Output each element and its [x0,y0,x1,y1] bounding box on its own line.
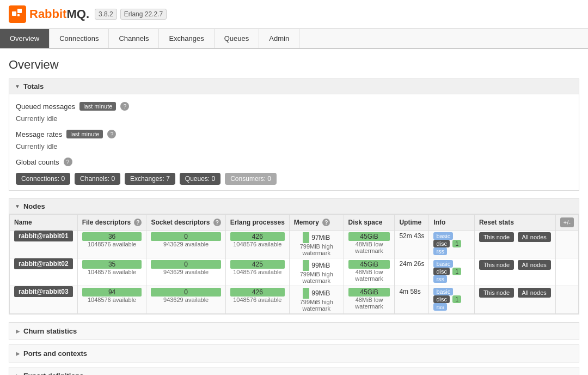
nav-item-queues[interactable]: Queues [215,29,260,48]
totals-section: ▼ Totals Queued messages last minute ? C… [9,78,579,191]
message-rates-row: Message rates last minute ? [16,128,572,141]
plusminus-button[interactable]: +/- [560,217,574,227]
nav-item-admin[interactable]: Admin [259,29,299,48]
cell-file-1: 35 1048576 available [77,258,146,286]
app-header: RabbitMQ. 3.8.2 Erlang 22.2.7 [0,0,588,29]
export-definitions-header[interactable]: ▶ Export definitions [9,367,579,375]
file-bar-0: 36 [82,232,142,241]
queued-help-icon[interactable]: ? [120,102,129,111]
erlang-bar-1: 425 [230,260,285,269]
currently-idle-1: Currently idle [16,113,572,124]
ports-contexts-header[interactable]: ▶ Ports and contexts [9,345,579,362]
disk-bar-1: 45GiB [348,260,390,269]
all-nodes-button-0[interactable]: All nodes [518,232,551,242]
memory-main-0: 97MiB [311,234,330,241]
message-rates-label: Message rates [16,130,62,138]
ports-contexts-section: ▶ Ports and contexts [9,344,579,362]
churn-statistics-section: ▶ Churn statistics [9,322,579,340]
message-rates-badge[interactable]: last minute [66,130,103,138]
queues-count-badge: Queues: 0 [180,173,220,185]
disk-sub-0: 48MiB low watermark [348,241,390,254]
cell-reset-1: This node All nodes [474,258,555,286]
message-rates-help-icon[interactable]: ? [107,130,116,138]
nodes-label: Nodes [23,202,45,210]
th-name: Name [10,215,78,231]
nodes-section-header[interactable]: ▼ Nodes [9,199,579,214]
cell-socket-1: 0 943629 available [146,258,225,286]
nav-item-overview[interactable]: Overview [0,29,50,48]
page-title: Overview [9,58,579,72]
memory-sub-0: 799MiB high watermark [294,243,339,256]
exchanges-count-badge: Exchanges: 7 [125,173,175,185]
tag-rss-2: rss [433,303,447,311]
file-bar-2: 94 [82,288,142,297]
cell-memory-1: 99MiB 799MiB high watermark [289,258,344,286]
memory-sub-1: 799MiB high watermark [294,271,339,284]
this-node-button-0[interactable]: This node [479,232,514,242]
queued-messages-row: Queued messages last minute ? [16,100,572,113]
nav-item-exchanges[interactable]: Exchanges [159,29,214,48]
file-sub-2: 1048576 available [82,297,142,303]
cell-extra-2 [555,286,578,314]
logo: RabbitMQ. [9,5,89,23]
disk-bar-2: 45GiB [348,288,390,297]
tag-basic-1: basic [433,260,453,268]
global-counts-row: Global counts ? [16,155,572,168]
logo-text: RabbitMQ. [29,7,89,21]
tag-basic-0: basic [433,232,453,240]
totals-section-header[interactable]: ▼ Totals [9,79,579,94]
totals-section-body: Queued messages last minute ? Currently … [9,94,579,190]
churn-statistics-header[interactable]: ▶ Churn statistics [9,323,579,340]
th-file-descriptors: File descriptors ? [77,215,146,231]
socket-bar-2: 0 [151,288,220,297]
cell-disk-2: 45GiB 48MiB low watermark [344,286,395,314]
cell-disk-0: 45GiB 48MiB low watermark [344,231,395,258]
tag-num-0: 1 [452,240,461,247]
this-node-button-2[interactable]: This node [479,288,514,298]
this-node-button-1[interactable]: This node [479,260,514,270]
memory-help-icon[interactable]: ? [322,219,330,226]
cell-memory-2: 99MiB 799MiB high watermark [289,286,344,314]
tag-basic-2: basic [433,288,453,295]
totals-label: Totals [23,82,44,90]
tag-rss-1: rss [433,275,447,283]
global-counts-label: Global counts [16,158,59,166]
file-desc-help-icon[interactable]: ? [134,219,142,226]
memory-main-2: 99MiB [311,289,330,297]
counts-row: Connections: 0 Channels: 0 Exchanges: 7 … [16,173,572,185]
tag-disc-1: disc [433,268,450,275]
global-counts-help-icon[interactable]: ? [64,158,72,166]
main-content: Overview ▼ Totals Queued messages last m… [0,49,588,375]
nav-item-channels[interactable]: Channels [109,29,159,48]
currently-idle-2: Currently idle [16,141,572,152]
churn-label: Churn statistics [23,327,77,335]
all-nodes-button-2[interactable]: All nodes [518,288,551,298]
th-socket-descriptors: Socket descriptors ? [146,215,225,231]
socket-desc-help-icon[interactable]: ? [213,219,221,226]
cell-disk-1: 45GiB 48MiB low watermark [344,258,395,286]
memory-main-1: 99MiB [311,262,330,269]
cell-uptime-1: 24m 26s [395,258,429,286]
cell-info-0: basic disc 1 rss [429,231,474,258]
erlang-sub-1: 1048576 available [230,269,285,275]
table-row: rabbit@rabbit03 94 1048576 available 0 9… [10,286,579,314]
all-nodes-button-1[interactable]: All nodes [518,260,551,270]
cell-reset-0: This node All nodes [474,231,555,258]
nodes-arrow-icon: ▼ [15,203,20,209]
socket-bar-0: 0 [151,232,220,241]
table-row: rabbit@rabbit01 36 1048576 available 0 9… [10,231,579,258]
consumers-count-badge: Consumers: 0 [225,173,277,185]
queued-badge[interactable]: last minute [79,102,116,111]
logo-icon [9,5,26,23]
file-sub-0: 1048576 available [82,241,142,247]
th-plusminus: +/- [555,215,578,231]
file-bar-1: 35 [82,260,142,269]
table-header-row: Name File descriptors ? Socket descripto… [10,215,579,231]
nav-item-connections[interactable]: Connections [50,29,109,48]
erlang-sub-0: 1048576 available [230,241,285,247]
table-row: rabbit@rabbit02 35 1048576 available 0 9… [10,258,579,286]
erlang-bar-0: 426 [230,232,285,241]
ports-triangle-icon: ▶ [16,350,20,356]
cell-extra-0 [555,231,578,258]
totals-arrow-icon: ▼ [15,83,20,89]
